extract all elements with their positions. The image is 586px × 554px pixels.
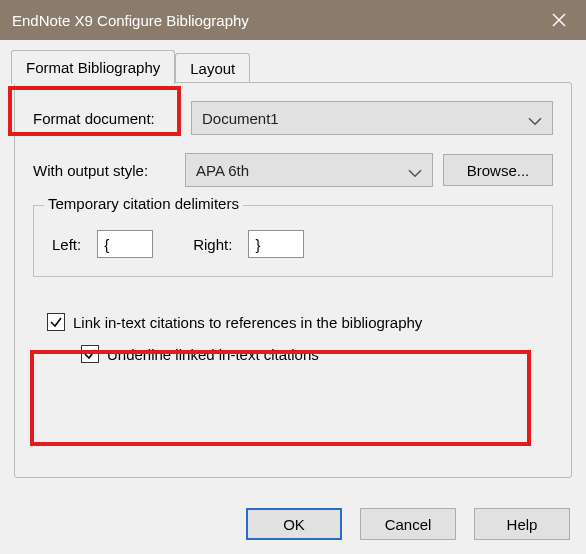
output-style-select[interactable]: APA 6th	[185, 153, 433, 187]
chevron-down-icon	[528, 111, 542, 128]
right-delim-label: Right:	[193, 236, 232, 253]
button-label: Help	[507, 516, 538, 533]
output-style-label: With output style:	[33, 162, 185, 179]
button-label: Cancel	[385, 516, 432, 533]
browse-button[interactable]: Browse...	[443, 154, 553, 186]
tab-label: Layout	[190, 60, 235, 77]
tabs-row: Format Bibliography Layout	[11, 50, 572, 84]
check-link-citations[interactable]	[47, 313, 65, 331]
button-label: Browse...	[467, 162, 530, 179]
tab-label: Format Bibliography	[26, 59, 160, 76]
delimiter-row: Left: Right:	[52, 230, 534, 258]
left-delim-input[interactable]	[97, 230, 153, 258]
tab-format-bibliography[interactable]: Format Bibliography	[11, 50, 175, 84]
button-label: OK	[283, 516, 305, 533]
left-delim-label: Left:	[52, 236, 81, 253]
check-underline-linked-row: Underline linked in-text citations	[81, 345, 553, 363]
groupbox-title: Temporary citation delimiters	[44, 195, 243, 212]
right-delim-input[interactable]	[248, 230, 304, 258]
ok-button[interactable]: OK	[246, 508, 342, 540]
window-title: EndNote X9 Configure Bibliography	[12, 12, 249, 29]
help-button[interactable]: Help	[474, 508, 570, 540]
group-temporary-delimiters: Temporary citation delimiters Left: Righ…	[33, 205, 553, 277]
checkmark-icon	[49, 315, 63, 329]
check-link-citations-row: Link in-text citations to references in …	[47, 313, 553, 331]
check-underline-linked[interactable]	[81, 345, 99, 363]
check-label: Underline linked in-text citations	[107, 346, 319, 363]
format-document-select[interactable]: Document1	[191, 101, 553, 135]
check-label: Link in-text citations to references in …	[73, 314, 422, 331]
titlebar: EndNote X9 Configure Bibliography	[0, 0, 586, 40]
format-document-label: Format document:	[33, 110, 191, 127]
checkmark-icon	[83, 347, 97, 361]
client-area: Format Bibliography Layout Format docume…	[0, 40, 586, 554]
close-icon	[552, 13, 566, 27]
row-output-style: With output style: APA 6th Browse...	[33, 153, 553, 187]
row-format-document: Format document: Document1	[33, 101, 553, 135]
tab-panel: Format document: Document1 With output s…	[14, 82, 572, 478]
dialog-buttons: OK Cancel Help	[0, 508, 586, 540]
chevron-down-icon	[408, 163, 422, 180]
select-value: Document1	[202, 110, 279, 127]
close-button[interactable]	[532, 0, 586, 40]
cancel-button[interactable]: Cancel	[360, 508, 456, 540]
select-value: APA 6th	[196, 162, 249, 179]
